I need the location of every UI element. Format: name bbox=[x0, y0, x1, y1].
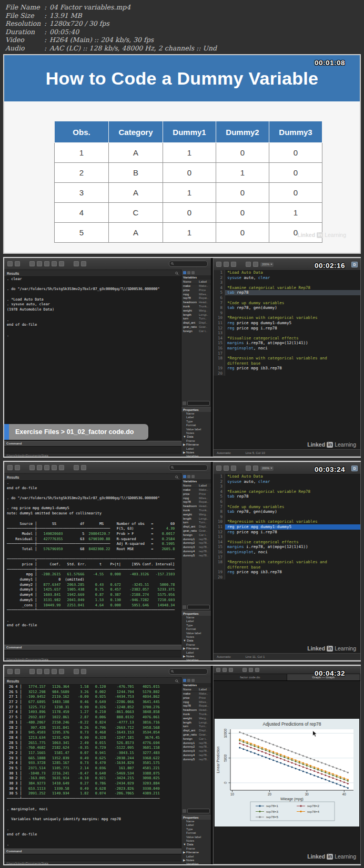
property-row[interactable]: Variables bbox=[181, 862, 211, 864]
viewer-icon[interactable] bbox=[37, 465, 42, 470]
filter-icon[interactable] bbox=[183, 605, 186, 609]
variable-row[interactable]: displ_antDispl.. bbox=[181, 321, 211, 325]
variable-row[interactable]: lengthLengt.. bbox=[181, 517, 211, 521]
property-row[interactable]: Name bbox=[181, 820, 211, 823]
property-row[interactable]: Notes bbox=[181, 635, 211, 639]
variable-row[interactable]: headroomHead.. bbox=[181, 708, 211, 712]
variable-row[interactable]: lengthLengt.. bbox=[181, 721, 211, 725]
property-row[interactable]: ▶ Notes bbox=[181, 451, 211, 454]
variable-row[interactable]: dummy5rep78.. bbox=[181, 758, 211, 762]
results-pane[interactable]: 26 4 │ 1774.157 1126.364 1.58 0.120 -476… bbox=[7, 685, 180, 848]
graph-icon[interactable] bbox=[44, 669, 49, 674]
viewer-icon[interactable] bbox=[37, 669, 42, 674]
search-field[interactable] bbox=[169, 464, 208, 471]
log-icon[interactable] bbox=[29, 669, 35, 674]
variable-row[interactable]: gear_ratioGear.. bbox=[181, 733, 211, 737]
variable-row[interactable]: dummy1rep78.. bbox=[181, 741, 211, 746]
variable-row[interactable]: foreignCar t.. bbox=[181, 533, 211, 538]
open-icon[interactable] bbox=[7, 669, 13, 674]
help-icon[interactable] bbox=[81, 465, 86, 470]
list-view-icon[interactable] bbox=[187, 679, 190, 682]
help-icon[interactable] bbox=[81, 261, 86, 266]
gear-icon[interactable] bbox=[191, 679, 195, 682]
variable-row[interactable]: displ_antDispl.. bbox=[181, 525, 211, 529]
command-input[interactable] bbox=[4, 650, 181, 657]
filter-icon[interactable] bbox=[183, 401, 186, 405]
list-view-icon[interactable] bbox=[187, 475, 190, 478]
graph-icon[interactable] bbox=[44, 261, 49, 266]
preferences-icon[interactable] bbox=[74, 669, 79, 674]
variable-row[interactable]: pricePrice bbox=[181, 492, 211, 497]
variable-row[interactable]: turnTurn.. bbox=[181, 521, 211, 525]
do-button[interactable]: D bbox=[351, 466, 358, 471]
variable-row[interactable]: makeMake.. bbox=[181, 488, 211, 492]
variable-row[interactable]: gear_ratioGear.. bbox=[181, 529, 211, 533]
property-row[interactable]: Frame bbox=[181, 847, 211, 851]
property-row[interactable]: Label bbox=[181, 823, 211, 827]
viewer-icon[interactable] bbox=[37, 261, 42, 266]
property-row[interactable]: Label bbox=[181, 855, 211, 859]
open-icon[interactable] bbox=[216, 668, 220, 672]
property-row[interactable]: Format bbox=[181, 831, 211, 835]
variable-row[interactable]: foreignCar t.. bbox=[181, 737, 211, 741]
property-row[interactable]: ▶ Filename bbox=[181, 851, 211, 854]
property-row[interactable]: ▶ Filename bbox=[181, 647, 211, 650]
code-area[interactable]: 1*Load Auto Data2sysuse auto, clear3 4*E… bbox=[214, 474, 360, 653]
variable-row[interactable]: trunkTrunk.. bbox=[181, 305, 211, 309]
variable-row[interactable]: dummy2rep78.. bbox=[181, 541, 211, 545]
variable-row[interactable]: weightWeig.. bbox=[181, 309, 211, 313]
grid-view-icon[interactable] bbox=[183, 679, 186, 682]
variable-row[interactable]: pricePrice bbox=[181, 696, 211, 700]
variable-row[interactable]: turnTurn.. bbox=[181, 725, 211, 729]
variable-row[interactable]: turnTurn.. bbox=[181, 317, 211, 321]
search-icon[interactable] bbox=[175, 272, 179, 275]
show-paragraph-icon[interactable] bbox=[253, 466, 258, 471]
property-row[interactable]: Value label bbox=[181, 428, 211, 431]
property-row[interactable]: ▶ Notes bbox=[181, 859, 211, 862]
search-field[interactable] bbox=[169, 261, 208, 267]
list-view-icon[interactable] bbox=[187, 271, 190, 274]
property-row[interactable]: Value label bbox=[181, 632, 211, 635]
variable-row[interactable]: rep78Repai.. bbox=[181, 704, 211, 708]
variable-row[interactable]: dummy3rep78.. bbox=[181, 545, 211, 550]
property-row[interactable]: ▼ Data bbox=[181, 843, 211, 846]
variable-row[interactable]: foreignCar t.. bbox=[181, 329, 211, 334]
open-icon[interactable] bbox=[7, 261, 13, 266]
tab-factor-code[interactable]: factor code.do bbox=[214, 674, 287, 680]
variable-row[interactable]: gear_ratioGear.. bbox=[181, 325, 211, 329]
variable-row[interactable]: mpgMiles.. bbox=[181, 700, 211, 705]
variable-row[interactable]: makeMake.. bbox=[181, 284, 211, 288]
do-file-editor-icon[interactable] bbox=[52, 261, 57, 266]
zoom-dropdown[interactable]: 200% bbox=[260, 262, 274, 267]
variable-row[interactable]: makeMake.. bbox=[181, 692, 211, 696]
command-input[interactable] bbox=[4, 854, 181, 861]
property-row[interactable]: Notes bbox=[181, 839, 211, 843]
property-row[interactable]: Variables bbox=[181, 658, 211, 660]
save-icon[interactable] bbox=[223, 668, 227, 672]
zoom-dropdown[interactable]: 200% bbox=[260, 466, 274, 471]
variable-row[interactable]: rep78Repai.. bbox=[181, 500, 211, 504]
do-file-editor-icon[interactable] bbox=[52, 465, 57, 470]
property-row[interactable]: ▼ Data bbox=[181, 435, 211, 439]
open-folder-icon[interactable] bbox=[216, 466, 221, 471]
variable-row[interactable]: weightWeig.. bbox=[181, 513, 211, 517]
property-row[interactable]: Label bbox=[181, 416, 211, 419]
filter-input[interactable] bbox=[187, 605, 210, 609]
variable-row[interactable]: lengthLengt.. bbox=[181, 313, 211, 317]
save-icon[interactable] bbox=[15, 669, 20, 674]
search-icon[interactable] bbox=[175, 679, 179, 683]
property-row[interactable]: Type bbox=[181, 624, 211, 627]
property-row[interactable]: Type bbox=[181, 420, 211, 423]
property-row[interactable]: Type bbox=[181, 828, 211, 831]
save-icon[interactable] bbox=[224, 262, 229, 267]
print-icon[interactable] bbox=[231, 262, 236, 267]
variable-row[interactable]: dummy4rep78.. bbox=[181, 550, 211, 554]
open-icon[interactable] bbox=[7, 465, 13, 470]
variable-row[interactable]: trunkTrunk.. bbox=[181, 712, 211, 717]
variable-row[interactable]: dummy3rep78.. bbox=[181, 749, 211, 753]
data-editor-icon[interactable] bbox=[59, 261, 64, 266]
variable-row[interactable]: dummy5rep78.. bbox=[181, 554, 211, 558]
graph-icon[interactable] bbox=[44, 465, 49, 470]
save-icon[interactable] bbox=[15, 261, 20, 266]
property-row[interactable]: ▼ Data bbox=[181, 639, 211, 643]
